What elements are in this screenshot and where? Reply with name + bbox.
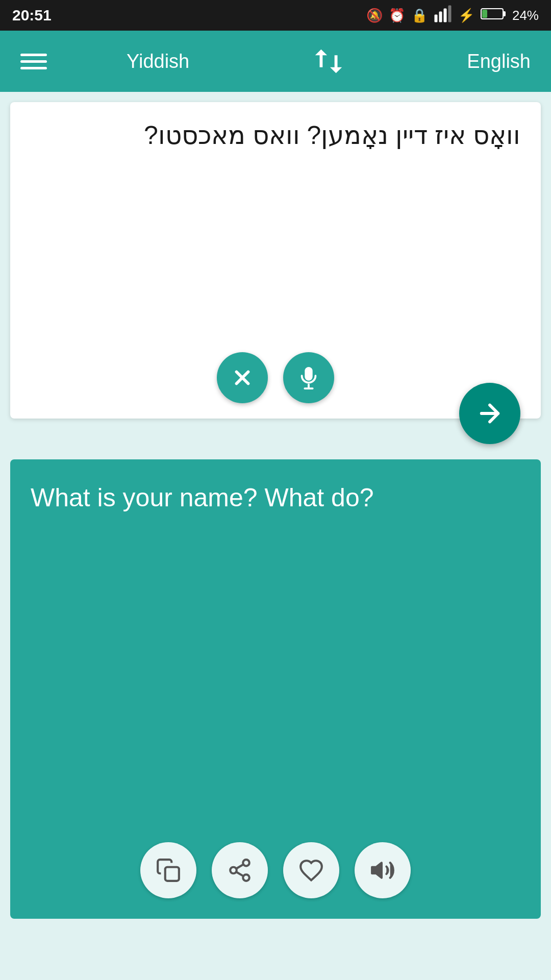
text-to-speech-button[interactable] [355,842,411,898]
clear-button[interactable] [217,352,268,403]
battery-icon [481,7,506,24]
status-icons: 🔕 ⏰ 🔒 ⚡ 24% [366,5,539,27]
charging-icon: ⚡ [458,8,474,23]
svg-marker-15 [372,863,382,877]
svg-line-14 [236,865,243,869]
toolbar: Yiddish English [0,31,551,92]
translation-text: What is your name? What do? [31,480,520,516]
svg-rect-6 [503,11,506,16]
panels-wrapper: וואָס איז דיין נאָמען? וואס מאכסטו? [0,92,551,970]
source-language-label[interactable]: Yiddish [127,51,229,72]
target-language-label[interactable]: English [429,51,531,72]
notification-icon: 🔕 [366,8,383,23]
svg-point-10 [243,860,249,866]
microphone-button[interactable] [283,352,334,403]
signal-icon [434,5,452,27]
status-time: 20:51 [12,7,52,24]
status-bar: 20:51 🔕 ⏰ 🔒 ⚡ 24% [0,0,551,31]
source-actions [217,352,334,403]
source-panel: וואָס איז דיין נאָמען? וואס מאכסטו? [10,102,541,419]
favorite-button[interactable] [283,842,339,898]
copy-button[interactable] [140,842,196,898]
svg-rect-9 [165,867,179,881]
svg-point-11 [230,867,237,874]
svg-point-12 [243,874,249,881]
swap-languages-button[interactable] [308,41,349,82]
svg-rect-3 [448,5,451,22]
app-body: וואָס איז דיין נאָמען? וואס מאכסטו? [0,92,551,980]
source-text[interactable]: וואָס איז דיין נאָמען? וואס מאכסטו? [31,117,520,153]
alarm-icon: ⏰ [389,8,405,23]
menu-button[interactable] [20,54,47,69]
translate-button[interactable] [459,383,520,444]
share-button[interactable] [212,842,268,898]
translation-panel: What is your name? What do? [10,459,541,919]
sim-icon: 🔒 [411,8,428,23]
svg-rect-0 [434,14,437,22]
translation-actions [140,842,411,898]
svg-rect-2 [443,8,446,22]
svg-rect-1 [439,11,442,22]
svg-line-13 [236,872,243,876]
svg-rect-5 [482,10,487,18]
battery-percent: 24% [512,8,539,23]
